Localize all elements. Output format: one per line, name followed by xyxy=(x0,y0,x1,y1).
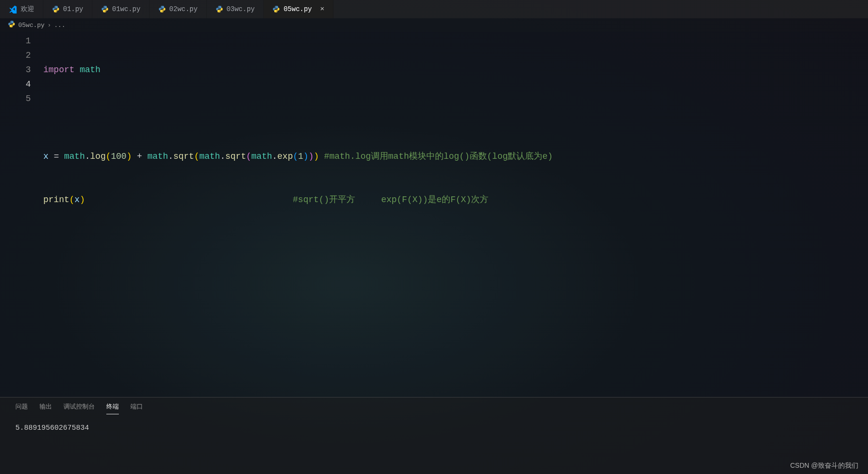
tab-02wc[interactable]: 02wc.py xyxy=(150,0,207,18)
tab-label: 05wc.py xyxy=(283,5,312,13)
code-line xyxy=(43,236,868,250)
tab-label: 02wc.py xyxy=(169,5,198,13)
terminal-output[interactable]: 5.889195602675834 xyxy=(0,418,868,438)
bottom-panel: 问题 输出 调试控制台 终端 端口 5.889195602675834 xyxy=(0,397,868,474)
python-icon xyxy=(272,5,280,13)
python-icon xyxy=(158,5,166,13)
chevron-right-icon: › xyxy=(48,22,51,29)
tab-label: 欢迎 xyxy=(21,5,34,13)
line-number: 5 xyxy=(0,91,31,106)
tab-label: 01wc.py xyxy=(112,5,140,13)
tab-05wc[interactable]: 05wc.py × xyxy=(264,0,333,18)
python-icon xyxy=(216,5,223,13)
tab-welcome[interactable]: 欢迎 xyxy=(0,0,43,18)
code-line: x = math.log(100) + math.sqrt(math.sqrt(… xyxy=(43,149,868,164)
gutter: 1 2 3 4 5 xyxy=(0,34,43,397)
tab-label: 01.py xyxy=(63,5,83,13)
line-number: 2 xyxy=(0,48,31,63)
editor[interactable]: 1 2 3 4 5 import math x = math.log(100) … xyxy=(0,32,868,397)
panel-tab-output[interactable]: 输出 xyxy=(39,402,52,414)
code-line: import math xyxy=(43,63,868,77)
tab-label: 03wc.py xyxy=(227,5,255,13)
code-line xyxy=(43,106,868,120)
close-icon[interactable]: × xyxy=(320,5,324,13)
python-icon xyxy=(52,5,60,13)
code-line: print(x) #sqrt()开平方 exp(F(X))是e的F(X)次方 xyxy=(43,192,868,207)
line-number: 3 xyxy=(0,63,31,77)
panel-tab-ports[interactable]: 端口 xyxy=(130,402,143,414)
terminal-line: 5.889195602675834 xyxy=(15,424,853,432)
panel-tab-debug[interactable]: 调试控制台 xyxy=(64,402,95,414)
breadcrumb[interactable]: 05wc.py › ... xyxy=(0,18,868,32)
code-area[interactable]: import math x = math.log(100) + math.sqr… xyxy=(43,34,868,397)
line-number: 1 xyxy=(0,34,31,48)
line-number: 4 xyxy=(0,77,31,91)
vscode-icon xyxy=(9,5,17,13)
watermark: CSDN @致奋斗的我们 xyxy=(790,461,858,470)
panel-tabs: 问题 输出 调试控制台 终端 端口 xyxy=(0,397,868,418)
tab-01[interactable]: 01.py xyxy=(43,0,92,18)
breadcrumb-file: 05wc.py xyxy=(18,22,45,29)
tabs-bar: 欢迎 01.py 01wc.py 02wc.py 03wc.py xyxy=(0,0,868,18)
breadcrumb-rest: ... xyxy=(54,22,65,29)
panel-tab-problems[interactable]: 问题 xyxy=(15,402,28,414)
python-icon xyxy=(101,5,109,13)
tab-01wc[interactable]: 01wc.py xyxy=(92,0,150,18)
tab-03wc[interactable]: 03wc.py xyxy=(207,0,264,18)
panel-tab-terminal[interactable]: 终端 xyxy=(106,402,119,414)
python-icon xyxy=(8,20,15,30)
